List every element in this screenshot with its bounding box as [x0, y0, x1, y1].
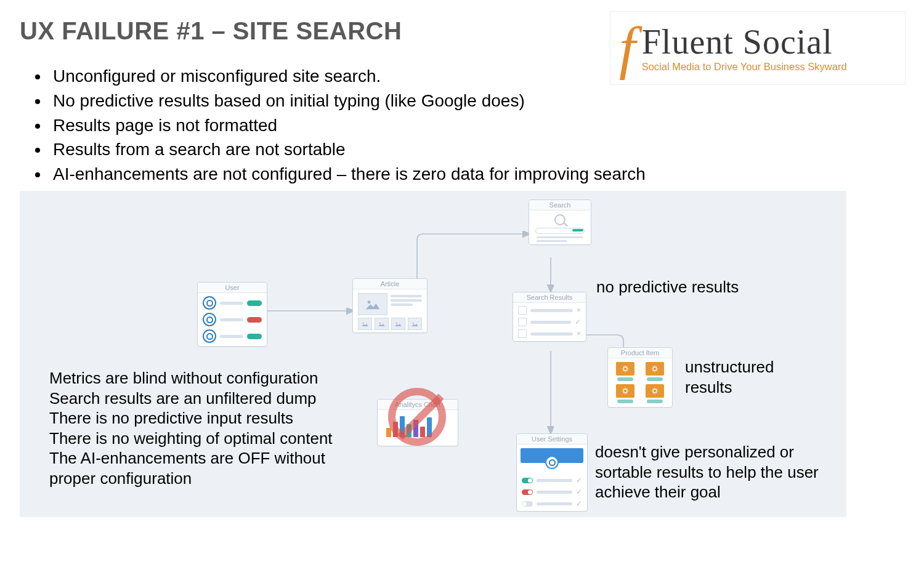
logo-glyph-icon: f [619, 30, 636, 66]
annotation-unstructured: unstructured results [685, 357, 774, 397]
image-placeholder-icon [375, 318, 389, 330]
product-icon [646, 362, 664, 376]
bullet-item: Unconfigured or misconfigured site searc… [49, 65, 682, 87]
wireframe-label: Search Results [513, 292, 586, 303]
wireframe-label: User Settings [517, 434, 587, 444]
wireframe-label: User [198, 283, 267, 293]
svg-point-0 [368, 300, 371, 304]
check-icon: ✓ [576, 499, 582, 508]
wireframe-search-results: Search Results × ✓ × [513, 292, 586, 342]
svg-point-7 [623, 389, 627, 393]
bullet-item: Results page is not formatted [49, 115, 682, 137]
wireframe-label: Search [529, 200, 591, 211]
image-placeholder-icon [358, 293, 387, 315]
diagram-left-text: Metrics are blind without configuration … [49, 368, 370, 488]
svg-point-8 [653, 389, 657, 393]
logo-tagline: Social Media to Drive Your Business Skyw… [642, 62, 847, 72]
slide-title: UX FAILURE #1 – SITE SEARCH [20, 17, 402, 45]
avatar-icon [203, 329, 216, 343]
bullet-item: Results from a search are not sortable [49, 139, 682, 161]
annotation-no-predictive: no predictive results [596, 277, 739, 297]
bullet-item: No predictive results based on initial t… [49, 90, 682, 112]
image-placeholder-icon [391, 318, 405, 330]
toggle-icon [522, 489, 533, 495]
wireframe-label: Article [353, 279, 427, 289]
svg-point-4 [413, 322, 414, 323]
avatar-icon [203, 313, 216, 326]
image-placeholder-icon [358, 318, 372, 330]
close-icon: × [577, 306, 581, 315]
image-placeholder-icon [408, 318, 422, 330]
product-icon [616, 384, 634, 398]
wireframe-user: User [197, 282, 267, 347]
svg-point-1 [363, 322, 364, 323]
wireframe-product-item: Product Item [607, 347, 673, 408]
wireframe-search: Search [529, 199, 591, 245]
avatar-icon [545, 456, 559, 469]
check-icon: ✓ [576, 488, 582, 496]
svg-point-5 [623, 367, 627, 371]
svg-point-2 [379, 322, 381, 323]
svg-point-3 [396, 322, 397, 323]
toggle-icon [522, 478, 533, 483]
flow-diagram: User Article Search [20, 191, 846, 517]
bullet-item: AI-enhancements are not configured – the… [49, 163, 682, 185]
logo-title: Fluent Social [642, 25, 847, 59]
check-icon: ✓ [576, 476, 582, 485]
check-icon: ✓ [575, 318, 581, 326]
wireframe-article: Article [352, 278, 428, 333]
product-icon [616, 362, 634, 376]
wireframe-label: Product Item [608, 348, 672, 358]
avatar-icon [203, 296, 216, 310]
close-icon: × [577, 329, 581, 338]
svg-point-6 [653, 367, 657, 371]
toggle-icon [522, 501, 533, 507]
prohibition-icon [388, 388, 446, 446]
prohibited-analytics-icon: Analitycs Chart [377, 388, 457, 456]
product-icon [646, 384, 664, 398]
brand-logo: f Fluent Social Social Media to Drive Yo… [610, 11, 906, 85]
annotation-personalized: doesn't give personalized or sortable re… [595, 442, 823, 502]
search-icon [554, 214, 565, 225]
wireframe-user-settings: User Settings ✓ ✓ ✓ [516, 433, 588, 512]
